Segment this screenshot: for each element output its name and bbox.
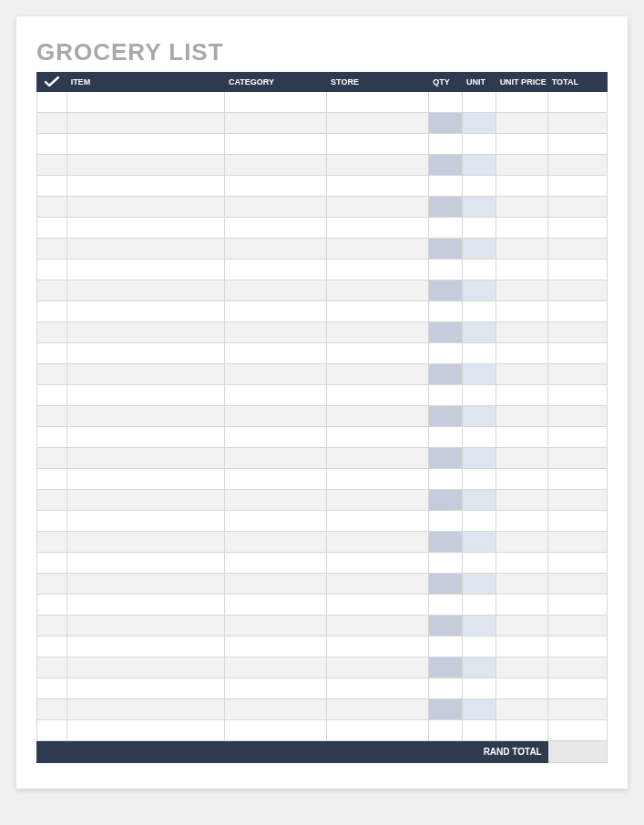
cell-category[interactable] <box>224 260 326 280</box>
cell-unit[interactable] <box>462 490 496 511</box>
cell-unit-price[interactable] <box>496 657 547 678</box>
cell-unit[interactable] <box>462 343 496 364</box>
cell-category[interactable] <box>224 197 326 218</box>
cell-unit[interactable] <box>462 553 496 574</box>
cell-category[interactable] <box>224 595 326 616</box>
cell-check[interactable] <box>37 699 67 720</box>
cell-store[interactable] <box>327 427 429 448</box>
cell-total[interactable] <box>547 218 607 239</box>
cell-unit-price[interactable] <box>496 197 547 218</box>
cell-qty[interactable] <box>429 239 463 260</box>
cell-check[interactable] <box>37 406 67 427</box>
cell-unit-price[interactable] <box>496 155 547 176</box>
cell-unit-price[interactable] <box>496 239 547 260</box>
cell-category[interactable] <box>224 532 326 553</box>
cell-qty[interactable] <box>429 490 463 511</box>
cell-unit[interactable] <box>462 239 496 260</box>
cell-item[interactable] <box>66 720 224 741</box>
cell-qty[interactable] <box>429 448 463 469</box>
cell-store[interactable] <box>327 113 429 134</box>
cell-item[interactable] <box>66 532 224 553</box>
cell-category[interactable] <box>224 427 326 448</box>
cell-store[interactable] <box>327 92 429 113</box>
cell-category[interactable] <box>224 720 326 741</box>
cell-unit-price[interactable] <box>496 92 547 113</box>
cell-item[interactable] <box>66 595 224 616</box>
cell-unit[interactable] <box>462 197 496 218</box>
cell-check[interactable] <box>37 637 67 657</box>
cell-category[interactable] <box>224 280 326 301</box>
cell-total[interactable] <box>547 469 607 490</box>
cell-qty[interactable] <box>429 553 463 574</box>
cell-item[interactable] <box>66 448 224 469</box>
cell-category[interactable] <box>224 637 326 657</box>
cell-qty[interactable] <box>429 616 463 637</box>
cell-unit[interactable] <box>462 218 496 239</box>
cell-qty[interactable] <box>429 385 463 406</box>
cell-check[interactable] <box>37 657 67 678</box>
cell-unit-price[interactable] <box>496 343 547 364</box>
cell-total[interactable] <box>547 260 607 280</box>
cell-unit-price[interactable] <box>496 616 547 637</box>
cell-qty[interactable] <box>429 343 463 364</box>
cell-category[interactable] <box>224 218 326 239</box>
cell-qty[interactable] <box>429 92 463 113</box>
cell-unit[interactable] <box>462 322 496 343</box>
cell-category[interactable] <box>224 406 326 427</box>
cell-unit[interactable] <box>462 532 496 553</box>
cell-category[interactable] <box>224 616 326 637</box>
cell-total[interactable] <box>547 553 607 574</box>
cell-item[interactable] <box>66 699 224 720</box>
cell-store[interactable] <box>327 720 429 741</box>
cell-total[interactable] <box>547 322 607 343</box>
cell-qty[interactable] <box>429 176 463 197</box>
cell-qty[interactable] <box>429 301 463 322</box>
cell-qty[interactable] <box>429 364 463 385</box>
cell-check[interactable] <box>37 678 67 699</box>
cell-unit[interactable] <box>462 469 496 490</box>
cell-item[interactable] <box>66 239 224 260</box>
cell-store[interactable] <box>327 134 429 155</box>
cell-category[interactable] <box>224 343 326 364</box>
cell-qty[interactable] <box>429 406 463 427</box>
cell-unit[interactable] <box>462 616 496 637</box>
cell-unit-price[interactable] <box>496 134 547 155</box>
cell-qty[interactable] <box>429 197 463 218</box>
cell-unit[interactable] <box>462 678 496 699</box>
cell-qty[interactable] <box>429 678 463 699</box>
cell-category[interactable] <box>224 490 326 511</box>
cell-total[interactable] <box>547 176 607 197</box>
cell-check[interactable] <box>37 511 67 532</box>
cell-total[interactable] <box>547 427 607 448</box>
cell-check[interactable] <box>37 595 67 616</box>
cell-category[interactable] <box>224 553 326 574</box>
cell-store[interactable] <box>327 657 429 678</box>
cell-item[interactable] <box>66 260 224 280</box>
cell-check[interactable] <box>37 343 67 364</box>
cell-check[interactable] <box>37 197 67 218</box>
cell-store[interactable] <box>327 301 429 322</box>
cell-qty[interactable] <box>429 260 463 280</box>
cell-unit[interactable] <box>462 427 496 448</box>
cell-total[interactable] <box>547 406 607 427</box>
cell-category[interactable] <box>224 176 326 197</box>
cell-store[interactable] <box>327 678 429 699</box>
cell-store[interactable] <box>327 364 429 385</box>
cell-unit-price[interactable] <box>496 448 547 469</box>
cell-unit-price[interactable] <box>496 364 547 385</box>
cell-item[interactable] <box>66 385 224 406</box>
cell-total[interactable] <box>547 280 607 301</box>
cell-store[interactable] <box>327 574 429 595</box>
cell-qty[interactable] <box>429 469 463 490</box>
cell-store[interactable] <box>327 637 429 657</box>
cell-category[interactable] <box>224 155 326 176</box>
cell-unit-price[interactable] <box>496 427 547 448</box>
cell-qty[interactable] <box>429 720 463 741</box>
cell-check[interactable] <box>37 532 67 553</box>
cell-store[interactable] <box>327 532 429 553</box>
cell-check[interactable] <box>37 616 67 637</box>
cell-store[interactable] <box>327 699 429 720</box>
cell-check[interactable] <box>37 427 67 448</box>
cell-unit-price[interactable] <box>496 176 547 197</box>
cell-unit-price[interactable] <box>496 469 547 490</box>
